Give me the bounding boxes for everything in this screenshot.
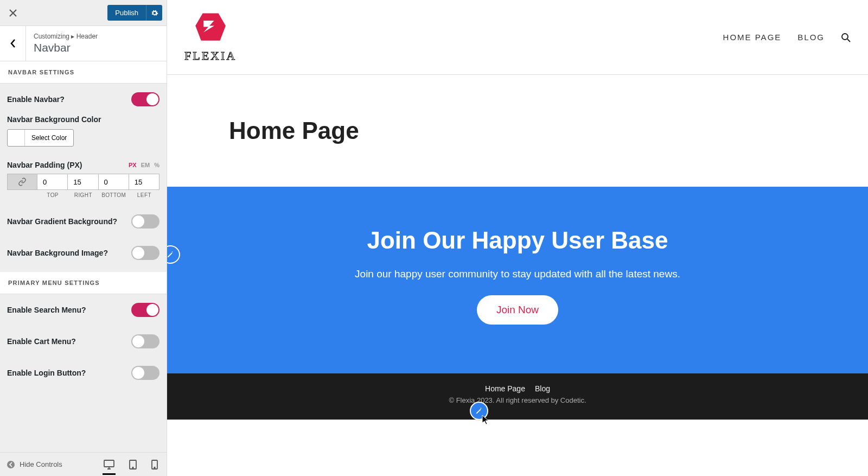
page-title: Home Page	[167, 75, 868, 144]
toggle-enable-navbar[interactable]	[131, 92, 159, 106]
padding-label-row: Navbar Padding (PX) PX EM %	[0, 151, 167, 174]
control-search-menu: Enable Search Menu?	[0, 294, 167, 326]
label-bg-image: Navbar Background Image?	[7, 249, 108, 257]
label-search-menu: Enable Search Menu?	[7, 306, 86, 314]
device-mobile[interactable]	[149, 458, 160, 472]
site-logo[interactable]: FLEXIA	[184, 12, 237, 63]
color-swatch	[8, 130, 25, 146]
footer-link-blog[interactable]: Blog	[535, 384, 550, 393]
link-values-button[interactable]	[7, 174, 37, 190]
color-select-button[interactable]: Select Color	[25, 130, 73, 146]
label-navbar-bg-color: Navbar Background Color	[0, 115, 167, 129]
chevron-left-circle-icon	[7, 460, 15, 469]
control-cart-menu: Enable Cart Menu?	[0, 326, 167, 357]
label-login-button: Enable Login Button?	[7, 369, 86, 377]
breadcrumb-path: Customizing ▸ Header	[34, 33, 159, 40]
chevron-left-icon	[10, 39, 16, 48]
toggle-search-menu[interactable]	[131, 303, 159, 317]
publish-group: Publish	[107, 5, 162, 21]
unit-em[interactable]: EM	[141, 162, 150, 168]
device-desktop[interactable]	[101, 458, 117, 472]
device-tablet[interactable]	[126, 458, 139, 472]
svg-point-3	[132, 467, 133, 468]
footer-copyright: © Flexia 2023. All right reserved by Cod…	[167, 396, 868, 404]
input-padding-top[interactable]	[37, 174, 68, 190]
hide-controls-label: Hide Controls	[20, 460, 62, 468]
nav-home[interactable]: HOME PAGE	[723, 33, 782, 42]
hero-subtitle: Join our happy user community to stay up…	[178, 268, 857, 280]
control-gradient-bg: Navbar Gradient Background?	[0, 198, 167, 237]
label-gradient-bg: Navbar Gradient Background?	[7, 217, 117, 226]
gear-icon	[151, 9, 158, 17]
device-switcher	[101, 458, 160, 472]
toggle-login-button[interactable]	[131, 366, 159, 380]
control-bg-image: Navbar Background Image?	[0, 237, 167, 272]
toggle-gradient-bg[interactable]	[131, 214, 159, 229]
logo-text: FLEXIA	[184, 49, 237, 63]
control-login-button: Enable Login Button?	[0, 357, 167, 389]
sublabel-left: LEFT	[129, 192, 159, 198]
mobile-icon	[151, 460, 158, 469]
sidebar-bottombar: Hide Controls	[0, 452, 167, 476]
logo-mark	[195, 12, 226, 43]
label-cart-menu: Enable Cart Menu?	[7, 337, 76, 346]
close-icon	[9, 9, 17, 17]
footer-links: Home Page Blog	[167, 384, 868, 393]
hero-cta-button[interactable]: Join Now	[477, 295, 558, 325]
site-nav: HOME PAGE BLOG	[723, 33, 851, 42]
nav-blog[interactable]: BLOG	[797, 33, 825, 42]
back-button[interactable]	[0, 26, 26, 61]
label-enable-navbar: Enable Navbar?	[7, 95, 65, 104]
pencil-icon	[475, 407, 483, 415]
section-navbar-settings: Navbar Settings	[0, 61, 167, 84]
site-preview: FLEXIA HOME PAGE BLOG Home Page Join Our…	[167, 0, 868, 476]
close-customizer-button[interactable]	[0, 0, 26, 26]
edit-shortcut-footer[interactable]	[470, 402, 488, 420]
padding-inputs	[7, 174, 159, 190]
hero-title: Join Our Happy User Base	[178, 227, 857, 254]
input-padding-bottom[interactable]	[99, 174, 129, 190]
sidebar-scroll: Navbar Settings Enable Navbar? Navbar Ba…	[0, 61, 167, 452]
tablet-icon	[129, 460, 137, 469]
unit-pct[interactable]: %	[154, 162, 159, 168]
breadcrumb-text: Customizing ▸ Header Navbar	[26, 26, 167, 61]
sublabel-top: TOP	[37, 192, 68, 198]
link-icon	[18, 177, 27, 186]
site-header: FLEXIA HOME PAGE BLOG	[167, 0, 868, 75]
nav-search-button[interactable]	[841, 33, 851, 42]
customizer-sidebar: Publish Customizing ▸ Header Navbar Navb…	[0, 0, 167, 476]
footer-link-home[interactable]: Home Page	[485, 384, 525, 393]
label-navbar-padding: Navbar Padding (PX)	[7, 161, 82, 169]
sublabel-right: RIGHT	[68, 192, 98, 198]
breadcrumb-row: Customizing ▸ Header Navbar	[0, 26, 167, 61]
publish-button[interactable]: Publish	[107, 5, 146, 21]
site-footer: Home Page Blog © Flexia 2023. All right …	[167, 373, 868, 420]
svg-point-0	[7, 461, 15, 468]
breadcrumb-title: Navbar	[34, 41, 159, 54]
input-padding-right[interactable]	[68, 174, 98, 190]
sublabel-bottom: BOTTOM	[99, 192, 129, 198]
desktop-icon	[104, 460, 114, 469]
toggle-bg-image[interactable]	[131, 246, 159, 260]
svg-point-6	[842, 34, 848, 40]
unit-switcher: PX EM %	[129, 162, 159, 168]
svg-rect-1	[104, 460, 114, 467]
toggle-cart-menu[interactable]	[131, 334, 159, 348]
padding-sublabels: TOP RIGHT BOTTOM LEFT	[7, 192, 159, 198]
input-padding-left[interactable]	[129, 174, 159, 190]
sidebar-topbar: Publish	[0, 0, 167, 26]
pencil-icon	[167, 251, 174, 258]
svg-point-5	[154, 467, 155, 468]
control-enable-navbar: Enable Navbar?	[0, 84, 167, 115]
search-icon	[841, 33, 851, 42]
hide-controls-button[interactable]: Hide Controls	[7, 460, 62, 469]
hero-section: Join Our Happy User Base Join our happy …	[167, 187, 868, 373]
color-picker-navbar-bg[interactable]: Select Color	[7, 129, 74, 147]
publish-settings-button[interactable]	[146, 5, 162, 21]
unit-px[interactable]: PX	[129, 162, 137, 168]
section-primary-menu: Primary Menu Settings	[0, 272, 167, 294]
